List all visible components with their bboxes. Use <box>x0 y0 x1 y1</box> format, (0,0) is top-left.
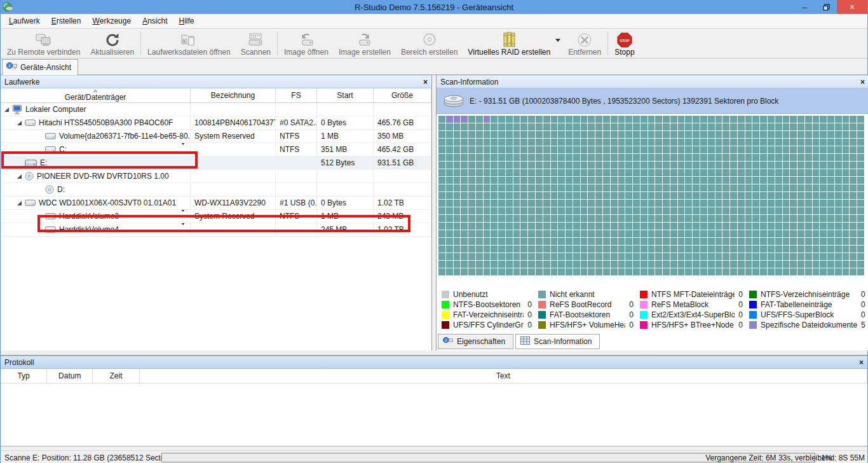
scan-block <box>730 184 737 191</box>
scan-block <box>783 131 790 138</box>
drives-close-icon[interactable]: × <box>423 78 428 86</box>
scan-block <box>827 146 834 153</box>
row-harddiskvolume4[interactable]: HarddiskVolume4 245 MB1.02 TB <box>1 223 431 237</box>
column-typ[interactable]: Typ <box>1 369 47 383</box>
expander-icon[interactable] <box>17 121 22 125</box>
scan-info-bar: E: - 931.51 GB (1000203878400 Bytes , 19… <box>437 88 868 114</box>
scan-block <box>783 215 790 222</box>
scan-block <box>797 261 804 268</box>
scan-block <box>446 139 453 146</box>
menu-erstellen[interactable]: Erstellen <box>46 14 87 28</box>
column-datum[interactable]: Datum <box>47 369 93 383</box>
column-geraet[interactable]: Gerät/Datenträger <box>1 88 191 102</box>
tab-scan-information[interactable]: Scan-Information <box>515 334 600 349</box>
row-lokaler-computer[interactable]: Lokaler Computer <box>1 103 431 116</box>
open-image-button[interactable]: Image öffnen <box>279 29 334 58</box>
minimize-button[interactable]: – <box>794 0 815 14</box>
raid-dropdown-caret[interactable] <box>555 42 560 51</box>
create-image-button[interactable]: Image erstellen <box>334 29 396 58</box>
scan-block <box>678 192 685 199</box>
scan-block <box>790 192 797 199</box>
close-button[interactable]: × <box>837 0 867 14</box>
create-virtual-raid-button[interactable]: Virtuelles RAID erstellen <box>463 29 555 58</box>
protokoll-close-icon[interactable]: × <box>859 359 864 366</box>
sort-asc-icon <box>93 89 98 92</box>
scan-block <box>454 253 461 260</box>
scan-block <box>438 207 445 214</box>
hdd-icon <box>25 119 36 127</box>
scan-block <box>558 230 565 237</box>
scan-block <box>618 177 625 184</box>
row-e-drive[interactable]: E: 512 Bytes931.51 GB <box>1 156 431 170</box>
maximize-button[interactable] <box>815 0 837 14</box>
scan-block <box>491 230 498 237</box>
color-swatch <box>442 321 449 329</box>
connect-remote-button[interactable]: Zu Remote verbinden <box>2 29 85 58</box>
column-zeit[interactable]: Zeit <box>93 369 139 383</box>
expander-icon[interactable] <box>17 201 22 205</box>
scan-block <box>670 192 677 199</box>
row-d-drive[interactable]: D: <box>1 183 431 197</box>
scan-block <box>738 245 745 252</box>
row-volume-da206371[interactable]: Volume{da206371-7fb6-11e4-be65-80. Syste… <box>1 130 431 143</box>
row-harddiskvolume3[interactable]: HarddiskVolume3 System ReservedNTFS1 MB2… <box>1 210 431 223</box>
scan-block <box>528 116 535 123</box>
scan-block <box>558 131 565 138</box>
scan-block <box>813 146 820 153</box>
scan-block <box>566 230 573 237</box>
scan-block <box>700 253 707 260</box>
menu-laufwerk[interactable]: Laufwerk <box>3 14 46 28</box>
scan-block <box>484 253 491 260</box>
column-fs[interactable]: FS <box>276 88 317 102</box>
scan-block <box>595 162 602 169</box>
scan-close-icon[interactable]: × <box>860 78 865 86</box>
tab-eigenschaften[interactable]: i Eigenschaften <box>438 334 513 349</box>
stop-button[interactable]: STOP Stopp <box>609 29 639 58</box>
scan-block <box>558 207 565 214</box>
scan-block <box>722 123 729 130</box>
column-text[interactable]: Text <box>140 369 867 383</box>
scan-block <box>468 215 475 222</box>
scan-block <box>611 184 618 191</box>
scan-block <box>588 154 595 161</box>
scan-block <box>857 154 864 161</box>
row-pioneer-dvd[interactable]: PIONEER DVD-RW DVRTD10RS 1.00 <box>1 170 431 183</box>
scan-block <box>536 146 543 153</box>
column-start[interactable]: Start <box>317 88 374 102</box>
scan-block <box>506 215 513 222</box>
scan-block <box>476 169 483 176</box>
remove-button[interactable]: Entfernen <box>563 29 606 58</box>
scan-block <box>484 116 491 123</box>
dropdown-caret-icon[interactable] <box>180 225 186 234</box>
row-hitachi[interactable]: Hitachi HTS545050B9A300 PB4OC60F 100814P… <box>1 116 431 130</box>
refresh-button[interactable]: Aktualisieren <box>85 29 139 58</box>
scan-block <box>543 200 550 207</box>
column-bezeichnung[interactable]: Bezeichnung <box>191 88 276 102</box>
tab-geraete-ansicht[interactable]: i Geräte-Ansicht <box>2 59 78 75</box>
expander-icon[interactable] <box>4 107 9 112</box>
scan-block <box>513 162 520 169</box>
scan-block <box>797 207 804 214</box>
scan-block <box>536 177 543 184</box>
expander-icon[interactable] <box>17 174 22 179</box>
scan-block <box>843 131 850 138</box>
scan-block <box>827 238 834 245</box>
scan-block <box>790 223 797 230</box>
scan-block <box>850 131 857 138</box>
menu-ansicht[interactable]: Ansicht <box>137 14 173 28</box>
scan-block <box>528 154 535 161</box>
row-c-drive[interactable]: C: NTFS351 MB465.42 GB <box>1 143 431 156</box>
scan-block <box>663 139 670 146</box>
open-drive-files-button[interactable]: Laufwerksdateien öffnen <box>142 29 236 58</box>
dropdown-caret-icon[interactable] <box>180 145 186 154</box>
scan-block <box>835 238 842 245</box>
row-wdc[interactable]: WDC WD1001X06X-00SJVT0 01.01A01 WD-WX11A… <box>1 197 431 210</box>
create-region-button[interactable]: Bereich erstellen <box>396 29 463 58</box>
scan-block <box>745 215 752 222</box>
dropdown-caret-icon[interactable] <box>180 212 186 221</box>
scan-button[interactable]: Scannen <box>236 29 276 58</box>
menu-werkzeuge[interactable]: Werkzeuge <box>86 14 137 28</box>
horizontal-splitter[interactable] <box>1 350 867 355</box>
menu-hilfe[interactable]: Hilfe <box>173 14 200 28</box>
column-groesse[interactable]: Größe <box>374 88 431 102</box>
